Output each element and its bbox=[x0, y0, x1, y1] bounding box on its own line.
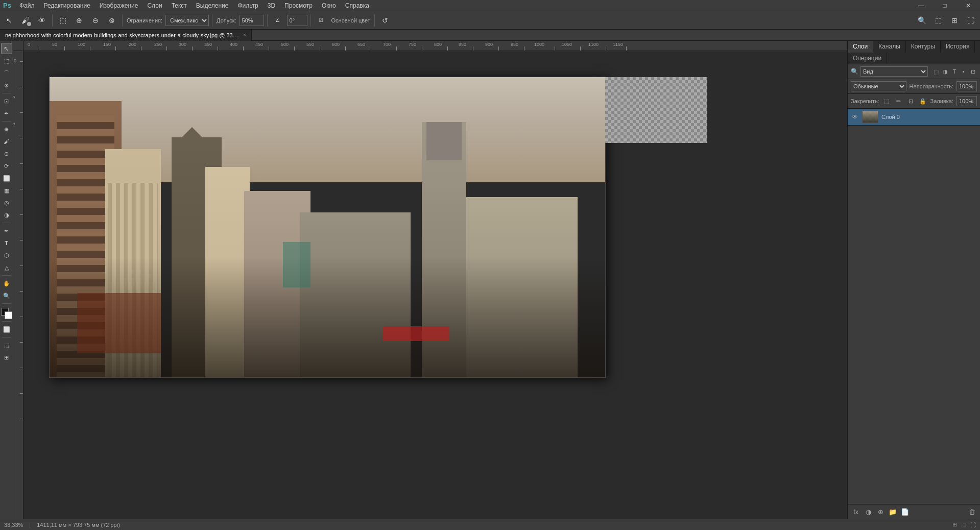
layer-name-0: Слой 0 bbox=[881, 114, 900, 120]
tool-pen[interactable]: ✒ bbox=[1, 225, 12, 236]
lock-move-btn[interactable]: ✏ bbox=[894, 97, 903, 106]
toolbar-eye-btn[interactable]: 👁 bbox=[35, 13, 49, 28]
layers-icon-text[interactable]: T bbox=[950, 67, 959, 76]
tool-gradient[interactable]: ▦ bbox=[1, 185, 12, 196]
tool-eyedropper[interactable]: ✒ bbox=[1, 108, 12, 119]
tool-brush[interactable]: 🖌 bbox=[1, 136, 12, 147]
tool-sep-6 bbox=[2, 321, 11, 322]
toolbar-mode-add[interactable]: ⊕ bbox=[72, 13, 86, 28]
tab-channels[interactable]: Каналы bbox=[873, 41, 906, 53]
layer-fx-btn[interactable]: fx bbox=[851, 507, 861, 517]
layer-mask-btn[interactable]: ◑ bbox=[863, 507, 873, 517]
ruler-left: 0 5 1 bbox=[13, 51, 23, 519]
tool-screen[interactable]: ⬚ bbox=[1, 340, 12, 351]
layer-visibility-toggle[interactable]: 👁 bbox=[851, 113, 859, 121]
menu-help[interactable]: Справка bbox=[341, 1, 373, 10]
lock-artboard-btn[interactable]: ⊡ bbox=[906, 97, 915, 106]
menu-file[interactable]: Файл bbox=[15, 1, 39, 10]
toolbar-grid-btn[interactable]: ⊞ bbox=[947, 13, 962, 28]
menu-image[interactable]: Изображение bbox=[95, 1, 142, 10]
layer-group-btn[interactable]: 📁 bbox=[888, 507, 898, 517]
win-minimize-btn[interactable]: — bbox=[910, 0, 933, 11]
tolerance-input[interactable] bbox=[240, 15, 264, 26]
tool-history[interactable]: ⟳ bbox=[1, 160, 12, 172]
layers-view-select[interactable]: Вид bbox=[861, 66, 928, 77]
status-fullscreen-icon: ⛶ bbox=[970, 522, 976, 528]
toolbar-checkbox-1[interactable]: ☑ bbox=[314, 13, 328, 28]
dimensions-info: 1411,11 мм × 793,75 мм (72 ppi) bbox=[37, 522, 120, 528]
layer-item-0[interactable]: 👁 Слой 0 bbox=[848, 109, 980, 126]
toolbar-arrange-btn[interactable]: ⬚ bbox=[931, 13, 945, 28]
tool-eraser[interactable]: ⬜ bbox=[1, 173, 12, 184]
window-controls: — □ ✕ bbox=[910, 0, 980, 11]
tool-clone[interactable]: ⊙ bbox=[1, 148, 12, 159]
toolbar-refresh-btn[interactable]: ↺ bbox=[378, 13, 392, 28]
layers-icon-shape[interactable]: ▪ bbox=[960, 67, 968, 76]
tool-magic-wand[interactable]: ⊛ bbox=[1, 80, 12, 91]
layers-icon-pixel[interactable]: ⬚ bbox=[932, 67, 940, 76]
tool-crop[interactable]: ⊡ bbox=[1, 95, 12, 107]
fill-input[interactable] bbox=[957, 96, 977, 106]
menu-edit[interactable]: Редактирование bbox=[39, 1, 94, 10]
win-maximize-btn[interactable]: □ bbox=[933, 0, 957, 11]
tool-shape[interactable]: △ bbox=[1, 262, 12, 273]
layers-icon-adjust[interactable]: ◑ bbox=[941, 67, 949, 76]
tool-sep-1 bbox=[2, 93, 11, 93]
tool-select-rect[interactable]: ⬚ bbox=[1, 55, 12, 66]
tool-mask[interactable]: ⬜ bbox=[1, 324, 12, 335]
tolerance-label: Допуск: bbox=[217, 17, 236, 23]
tool-dodge[interactable]: ◑ bbox=[1, 209, 12, 221]
doc-tabs: neighborhood-with-colorful-modern-buildi… bbox=[0, 30, 980, 41]
tool-zoom[interactable]: 🔍 bbox=[1, 290, 12, 301]
menu-layers[interactable]: Слои bbox=[143, 1, 166, 10]
tool-move[interactable]: ↖ bbox=[1, 43, 12, 54]
toolbar-brush-btn[interactable]: 🖌 bbox=[18, 13, 33, 28]
menu-view[interactable]: Просмотр bbox=[280, 1, 317, 10]
menu-window[interactable]: Окно bbox=[318, 1, 340, 10]
canvas-area: 0 50 100 150 200 250 300 bbox=[13, 41, 847, 519]
menu-3d[interactable]: 3D bbox=[264, 1, 279, 10]
toolbar-arrow-btn[interactable]: ↖ bbox=[2, 13, 16, 28]
color-swatch[interactable] bbox=[1, 308, 12, 319]
layer-delete-btn[interactable]: 🗑 bbox=[967, 507, 977, 517]
status-arrange-icon: ⬚ bbox=[961, 521, 966, 528]
lock-all-btn[interactable]: 🔒 bbox=[918, 97, 927, 106]
tab-actions[interactable]: Операции bbox=[848, 53, 887, 64]
tool-spot-heal[interactable]: ⊕ bbox=[1, 124, 12, 135]
menu-text[interactable]: Текст bbox=[168, 1, 191, 10]
tool-lasso[interactable]: ⌒ bbox=[1, 67, 12, 79]
blend-mode-select[interactable]: Обычные bbox=[851, 81, 906, 91]
tool-sep-7 bbox=[2, 337, 11, 338]
toolbar-mode-inter[interactable]: ⊗ bbox=[105, 13, 119, 28]
app-logo: Ps bbox=[3, 2, 11, 9]
tool-sep-3 bbox=[2, 223, 11, 223]
doc-tab-active[interactable]: neighborhood-with-colorful-modern-buildi… bbox=[0, 30, 252, 41]
tool-path[interactable]: ⬡ bbox=[1, 250, 12, 261]
tool-navigate[interactable]: ✋ bbox=[1, 278, 12, 289]
tab-paths[interactable]: Контуры bbox=[906, 41, 941, 53]
tool-artboard[interactable]: ⊞ bbox=[1, 352, 12, 363]
angle-input[interactable] bbox=[287, 15, 307, 26]
opacity-input[interactable] bbox=[957, 81, 977, 91]
win-close-btn[interactable]: ✕ bbox=[957, 0, 980, 11]
fill-label: Заливка: bbox=[930, 98, 953, 104]
layers-icon-smartobj[interactable]: ⊡ bbox=[969, 67, 977, 76]
toolbar-mode-rect[interactable]: ⬚ bbox=[56, 13, 70, 28]
toolbar-search-btn[interactable]: 🔍 bbox=[915, 13, 929, 28]
constraint-select[interactable]: Смеж.пикс bbox=[165, 15, 209, 26]
tab-history[interactable]: История bbox=[941, 41, 975, 53]
menu-select[interactable]: Выделение bbox=[192, 1, 233, 10]
layer-adjust-btn[interactable]: ⊕ bbox=[875, 507, 886, 517]
menu-filter[interactable]: Фильтр bbox=[233, 1, 262, 10]
layer-new-btn[interactable]: 📄 bbox=[900, 507, 910, 517]
lock-pixels-btn[interactable]: ⬚ bbox=[882, 97, 891, 106]
toolbar-mode-sub[interactable]: ⊖ bbox=[88, 13, 103, 28]
toolbar-sep-4 bbox=[267, 14, 268, 27]
tool-blur[interactable]: ◎ bbox=[1, 197, 12, 208]
toolbar-fullscreen-btn[interactable]: ⛶ bbox=[964, 13, 978, 28]
tool-text[interactable]: T bbox=[1, 237, 12, 249]
workspace bbox=[23, 51, 847, 519]
tab-layers[interactable]: Слои bbox=[848, 41, 873, 53]
doc-tab-close-btn[interactable]: × bbox=[243, 32, 246, 38]
toolbar-sep-3 bbox=[212, 14, 212, 27]
